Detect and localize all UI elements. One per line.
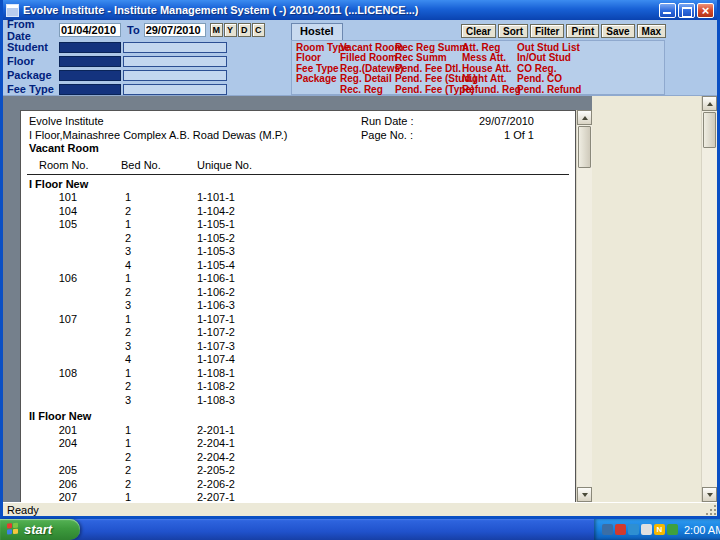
scroll-down-icon: [582, 493, 588, 497]
window-scroll-down-button[interactable]: [702, 487, 717, 502]
cell-unique-no: 2-204-2: [197, 451, 235, 465]
scroll-down-icon: [707, 493, 713, 497]
report-table-row: 31-107-3: [21, 340, 575, 354]
filter-select-field[interactable]: [59, 56, 121, 67]
print-button[interactable]: Print: [566, 24, 599, 38]
cell-unique-no: 2-201-1: [197, 424, 235, 438]
security-icon[interactable]: [667, 524, 678, 535]
filter-label: Fee Type: [7, 83, 59, 95]
run-date-value: 29/07/2010: [461, 115, 534, 129]
tab-hostel[interactable]: Hostel: [291, 23, 343, 40]
report-table-row: 21-107-2: [21, 326, 575, 340]
cell-unique-no: 1-106-3: [197, 299, 235, 313]
cell-bed-no: 1: [125, 272, 131, 286]
messenger-icon[interactable]: [628, 524, 639, 535]
status-bar: Ready: [3, 502, 717, 516]
window-vertical-scrollbar[interactable]: [701, 96, 717, 502]
report-institute-address: I Floor,Mainashree Complex A.B. Road Dew…: [29, 129, 361, 143]
cell-bed-no: 2: [125, 478, 131, 492]
minimize-button[interactable]: [659, 3, 676, 18]
cell-room-no: 105: [41, 218, 77, 232]
to-date-input[interactable]: [144, 23, 206, 37]
max-button[interactable]: Max: [637, 24, 666, 38]
cell-bed-no: 2: [125, 326, 131, 340]
cell-unique-no: 2-204-1: [197, 437, 235, 451]
report-links-column: Room TypeFloorFee TypePackage: [296, 43, 340, 92]
cell-unique-no: 1-104-2: [197, 205, 235, 219]
report-table-row: 20712-207-1: [21, 491, 575, 502]
cell-unique-no: 1-106-2: [197, 286, 235, 300]
report-table-row: 31-106-3: [21, 299, 575, 313]
filter-select-field[interactable]: [59, 84, 121, 95]
report-link-refund-reg[interactable]: Refund. Reg: [462, 85, 517, 95]
sort-button[interactable]: Sort: [498, 24, 528, 38]
report-link-pend-fee-type[interactable]: Pend. Fee (Type): [395, 85, 462, 95]
filter-label: Package: [7, 69, 59, 81]
windows-flag-icon: [7, 523, 20, 537]
taskbar-clock: 2:00 AM: [684, 524, 720, 536]
report-viewer-area: Evolve Institute Run Date : 29/07/2010 I…: [3, 96, 717, 502]
cell-room-no: 205: [41, 464, 77, 478]
report-table-row: 20112-201-1: [21, 424, 575, 438]
resize-grip[interactable]: [704, 503, 717, 516]
network-icon[interactable]: [602, 524, 613, 535]
close-button[interactable]: [697, 3, 714, 18]
report-table-row: 21-106-2: [21, 286, 575, 300]
from-date-input[interactable]: [59, 23, 121, 37]
date-mode-c-button[interactable]: C: [252, 23, 265, 37]
cell-bed-no: 3: [125, 394, 131, 408]
system-tray: N 2:00 AM: [594, 519, 720, 540]
report-link-rec-reg[interactable]: Rec. Reg: [340, 85, 395, 95]
report-table-row: 10511-105-1: [21, 218, 575, 232]
status-text: Ready: [7, 504, 39, 516]
report-scrollbar-thumb[interactable]: [578, 126, 591, 168]
report-table-row: 21-108-2: [21, 380, 575, 394]
save-button[interactable]: Save: [601, 24, 634, 38]
cell-bed-no: 4: [125, 259, 131, 273]
app-window: Evolve Institute - Institute Management …: [0, 0, 720, 519]
filter-row-package: Package: [7, 68, 227, 82]
norton-icon[interactable]: N: [654, 524, 665, 535]
filter-value-field[interactable]: [123, 56, 227, 67]
filter-select-field[interactable]: [59, 42, 121, 53]
date-mode-m-button[interactable]: M: [210, 23, 223, 37]
report-vertical-scrollbar[interactable]: [576, 110, 592, 502]
cell-bed-no: 1: [125, 367, 131, 381]
cell-unique-no: 1-107-1: [197, 313, 235, 327]
report-scroll-up-button[interactable]: [577, 110, 592, 125]
report-page: Evolve Institute Run Date : 29/07/2010 I…: [20, 110, 576, 502]
filter-value-field[interactable]: [123, 84, 227, 95]
cell-unique-no: 1-107-4: [197, 353, 235, 367]
cell-bed-no: 2: [125, 205, 131, 219]
filter-button[interactable]: Filter: [530, 24, 564, 38]
filter-value-field[interactable]: [123, 70, 227, 81]
date-mode-y-button[interactable]: Y: [224, 23, 237, 37]
filter-select-field[interactable]: [59, 70, 121, 81]
report-table-row: 31-108-3: [21, 394, 575, 408]
volume-icon[interactable]: [641, 524, 652, 535]
maximize-button[interactable]: [678, 3, 695, 18]
cell-bed-no: 2: [125, 464, 131, 478]
cell-unique-no: 1-105-2: [197, 232, 235, 246]
report-table-row: 41-105-4: [21, 259, 575, 273]
workspace-panel: [592, 96, 701, 502]
cell-unique-no: 1-105-3: [197, 245, 235, 259]
window-scrollbar-thumb[interactable]: [703, 112, 716, 148]
report-table-row: 31-105-3: [21, 245, 575, 259]
report-section-header: I Floor New: [21, 178, 575, 192]
start-button[interactable]: start: [0, 519, 80, 540]
report-table-row: 10611-106-1: [21, 272, 575, 286]
report-link-pend-refund[interactable]: Pend. Refund: [517, 85, 660, 95]
filter-value-field[interactable]: [123, 42, 227, 53]
clear-button[interactable]: Clear: [461, 24, 496, 38]
cell-room-no: 204: [41, 437, 77, 451]
window-scroll-up-button[interactable]: [702, 96, 717, 111]
filter-label: Student: [7, 41, 59, 53]
report-scroll-down-button[interactable]: [577, 487, 592, 502]
date-mode-d-button[interactable]: D: [238, 23, 251, 37]
cell-bed-no: 1: [125, 218, 131, 232]
cell-unique-no: 1-108-3: [197, 394, 235, 408]
antivirus-icon[interactable]: [615, 524, 626, 535]
report-links-column: Att. RegMess Att.House Att.Night Att.Ref…: [462, 43, 517, 92]
report-link-package[interactable]: Package: [296, 74, 340, 84]
